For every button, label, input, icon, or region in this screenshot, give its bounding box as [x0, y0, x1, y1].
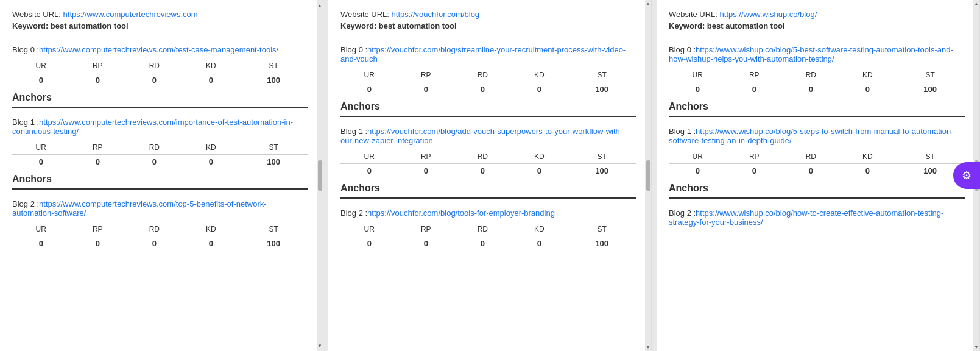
metrics-table-2-1: UR RP RD KD ST 0 0 0 0 100: [340, 150, 636, 178]
scroll-down-1[interactable]: ▼: [317, 341, 323, 350]
blog-entry-1-0: Blog 0 :https://www.computertechreviews.…: [12, 45, 308, 87]
anchors-title-3-0: Anchors: [669, 101, 965, 117]
anchors-title-2-0: Anchors: [340, 101, 636, 117]
blog-title-3-2: Blog 2 :https://www.wishup.co/blog/how-t…: [669, 208, 965, 227]
blog-entry-1-2: Blog 2 :https://www.computertechreviews.…: [12, 199, 308, 250]
settings-icon: ⚙: [962, 169, 971, 182]
val-rp-1-0: 0: [70, 73, 126, 88]
col-ur: UR: [12, 59, 70, 73]
blog-link-3-0[interactable]: https://www.wishup.co/blog/5-best-softwa…: [669, 45, 953, 63]
metrics-table-1-0: UR RP RD KD ST 0 0 0 0 100: [12, 59, 308, 87]
keyword-label-1: Keyword:: [12, 21, 51, 30]
blog-link-2-2[interactable]: https://vouchfor.com/blog/tools-for-empl…: [367, 208, 555, 218]
val-st-1-0: 100: [239, 73, 308, 88]
panel2-content: Website URL: https://vouchfor.com/blog K…: [328, 0, 651, 351]
blog-entry-2-1: Blog 1 :https://vouchfor.com/blog/add-vo…: [340, 127, 636, 178]
col-st: ST: [239, 59, 308, 73]
scroll-up-1[interactable]: ▲: [317, 1, 323, 10]
blog-title-1-2: Blog 2 :https://www.computertechreviews.…: [12, 199, 308, 218]
col-rp: RP: [70, 59, 126, 73]
blog-entry-3-0: Blog 0 :https://www.wishup.co/blog/5-bes…: [669, 45, 965, 96]
blog-link-2-0[interactable]: https://vouchfor.com/blog/streamline-you…: [340, 45, 626, 63]
scroll-thumb-2[interactable]: [646, 160, 650, 191]
website-url-label-1: Website URL:: [12, 10, 63, 19]
anchors-title-1-0: Anchors: [12, 92, 308, 108]
separator-2-3: [652, 0, 657, 351]
scrollbar-2[interactable]: ▲ ▼: [645, 0, 651, 351]
metrics-table-2-2: UR RP RD KD ST 0 0 0 0 100: [340, 222, 636, 250]
blog-entry-2-2: Blog 2 :https://vouchfor.com/blog/tools-…: [340, 208, 636, 250]
blog-title-1-0: Blog 0 :https://www.computertechreviews.…: [12, 45, 308, 54]
panel-wishup: Website URL: https://www.wishup.co/blog/…: [657, 0, 980, 351]
keyword-line-2: Keyword: best automation tool: [340, 21, 636, 30]
val-kd-1-0: 0: [183, 73, 239, 88]
blog-link-1-1[interactable]: https://www.computertechreviews.com/impo…: [12, 118, 293, 136]
blog-title-2-1: Blog 1 :https://vouchfor.com/blog/add-vo…: [340, 127, 636, 145]
keyword-line-1: Keyword: best automation tool: [12, 21, 308, 30]
main-container: Website URL: https://www.computertechrev…: [0, 0, 980, 351]
blog-title-3-0: Blog 0 :https://www.wishup.co/blog/5-bes…: [669, 45, 965, 63]
website-url-link-3[interactable]: https://www.wishup.co/blog/: [720, 10, 817, 19]
scrollbar-1[interactable]: ▲ ▼: [317, 0, 323, 351]
anchors-title-1-1: Anchors: [12, 174, 308, 190]
scroll-thumb-1[interactable]: [318, 160, 322, 191]
website-info-3: Website URL: https://www.wishup.co/blog/…: [669, 10, 965, 30]
anchors-section-1-1: Anchors: [12, 174, 308, 190]
col-kd: KD: [183, 59, 239, 73]
val-rd-1-0: 0: [125, 73, 183, 88]
panel1-content: Website URL: https://www.computertechrev…: [0, 0, 323, 351]
website-url-link-1[interactable]: https://www.computertechreviews.com: [63, 10, 198, 19]
website-url-line-1: Website URL: https://www.computertechrev…: [12, 10, 308, 19]
blog-link-3-1[interactable]: https://www.wishup.co/blog/5-steps-to-sw…: [669, 127, 953, 145]
website-info-2: Website URL: https://vouchfor.com/blog K…: [340, 10, 636, 30]
metrics-table-1-2: UR RP RD KD ST 0 0 0 0 100: [12, 222, 308, 250]
panel-computertechreviews: Website URL: https://www.computertechrev…: [0, 0, 323, 351]
settings-fab[interactable]: ⚙: [953, 162, 980, 189]
col-rd: RD: [125, 59, 183, 73]
anchors-section-2-0: Anchors: [340, 101, 636, 117]
blog-title-2-0: Blog 0 :https://vouchfor.com/blog/stream…: [340, 45, 636, 63]
panel3-content: Website URL: https://www.wishup.co/blog/…: [657, 0, 979, 351]
anchors-section-3-1: Anchors: [669, 183, 965, 199]
scroll-up-3[interactable]: ▲: [974, 1, 979, 7]
anchors-title-3-1: Anchors: [669, 183, 965, 199]
metrics-table-1-1: UR RP RD KD ST 0 0 0 0 100: [12, 141, 308, 169]
anchors-section-1-0: Anchors: [12, 92, 308, 108]
blog-link-3-2[interactable]: https://www.wishup.co/blog/how-to-create…: [669, 208, 943, 227]
keyword-line-3: Keyword: best automation tool: [669, 21, 965, 30]
website-url-line-2: Website URL: https://vouchfor.com/blog: [340, 10, 636, 19]
blog-link-1-0[interactable]: https://www.computertechreviews.com/test…: [39, 45, 278, 54]
panel-vouchfor: Website URL: https://vouchfor.com/blog K…: [328, 0, 652, 351]
scroll-down-3[interactable]: ▼: [974, 344, 979, 350]
keyword-value-1: best automation tool: [51, 21, 129, 30]
blog-entry-1-1: Blog 1 :https://www.computertechreviews.…: [12, 118, 308, 169]
website-url-link-2[interactable]: https://vouchfor.com/blog: [392, 10, 480, 19]
scroll-up-2[interactable]: ▲: [646, 1, 650, 7]
anchors-section-3-0: Anchors: [669, 101, 965, 117]
blog-entry-3-1: Blog 1 :https://www.wishup.co/blog/5-ste…: [669, 127, 965, 178]
blog-title-1-1: Blog 1 :https://www.computertechreviews.…: [12, 118, 308, 136]
metrics-table-3-0: UR RP RD KD ST 0 0 0 0 100: [669, 68, 965, 96]
website-info-1: Website URL: https://www.computertechrev…: [12, 10, 308, 30]
anchors-section-2-1: Anchors: [340, 183, 636, 199]
scroll-down-2[interactable]: ▼: [646, 344, 650, 350]
metrics-table-3-1: UR RP RD KD ST 0 0 0 0 100: [669, 150, 965, 178]
blog-link-2-1[interactable]: https://vouchfor.com/blog/add-vouch-supe…: [340, 127, 622, 145]
anchors-title-2-1: Anchors: [340, 183, 636, 199]
blog-title-3-1: Blog 1 :https://www.wishup.co/blog/5-ste…: [669, 127, 965, 145]
blog-entry-2-0: Blog 0 :https://vouchfor.com/blog/stream…: [340, 45, 636, 96]
website-url-line-3: Website URL: https://www.wishup.co/blog/: [669, 10, 965, 19]
blog-title-2-2: Blog 2 :https://vouchfor.com/blog/tools-…: [340, 208, 636, 218]
metrics-table-2-0: UR RP RD KD ST 0 0 0 0 100: [340, 68, 636, 96]
val-ur-1-0: 0: [12, 73, 70, 88]
blog-entry-3-2: Blog 2 :https://www.wishup.co/blog/how-t…: [669, 208, 965, 227]
blog-link-1-2[interactable]: https://www.computertechreviews.com/top-…: [12, 199, 267, 218]
separator-1-2: [323, 0, 328, 351]
